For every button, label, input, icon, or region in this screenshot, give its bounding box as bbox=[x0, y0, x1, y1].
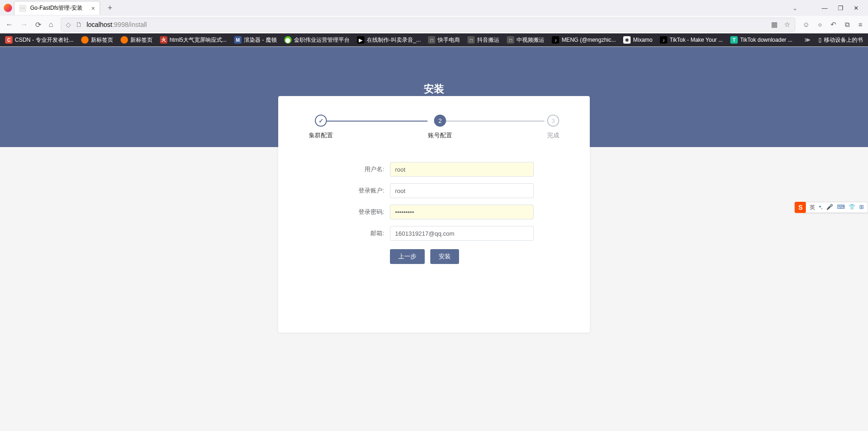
bookmark-meng[interactable]: ♪MENG (@mengzhic... bbox=[549, 34, 619, 45]
bookmark-star-icon[interactable]: ☆ bbox=[784, 20, 790, 29]
bookmark-newtab1[interactable]: 新标签页 bbox=[78, 34, 116, 46]
window-maximize-icon[interactable]: ❐ bbox=[838, 5, 843, 12]
step-1: 集群配置 bbox=[309, 115, 333, 140]
ime-skin-icon[interactable]: 👕 bbox=[849, 204, 855, 212]
bookmarks-overflow-icon[interactable]: ≫ bbox=[801, 35, 814, 45]
history-back-icon[interactable]: ↶ bbox=[830, 20, 836, 29]
bookmark-csdn[interactable]: CCSDN - 专业开发者社... bbox=[2, 34, 77, 46]
step-3-label: 完成 bbox=[547, 131, 559, 140]
username-input[interactable] bbox=[390, 162, 534, 177]
page-title: 安装 bbox=[0, 82, 868, 96]
bookmark-douyin[interactable]: □抖音搬运 bbox=[464, 34, 503, 46]
username-label: 用户名: bbox=[334, 165, 390, 174]
lock-icon[interactable]: 🗋 bbox=[76, 21, 82, 28]
sogou-logo-icon: S bbox=[795, 202, 806, 213]
install-form: 用户名: 登录账户: 登录密码: 邮箱: 上一步 安装 bbox=[334, 162, 534, 264]
form-actions: 上一步 安装 bbox=[390, 249, 534, 264]
qr-icon[interactable]: ▦ bbox=[771, 20, 778, 29]
extension-icon[interactable]: ⟐ bbox=[818, 20, 822, 29]
install-card: 集群配置 2 账号配置 3 完成 用户名: 登录账户: 登录密码: 邮箱: 上一… bbox=[278, 96, 590, 333]
ime-mic-icon[interactable]: 🎤 bbox=[826, 204, 833, 212]
bookmark-html5[interactable]: 火html5大气宽屏响应式... bbox=[157, 34, 230, 46]
window-controls: ⌄ — ❐ ✕ bbox=[792, 5, 868, 12]
bookmark-mobile[interactable]: ▯移动设备上的书 bbox=[815, 34, 866, 46]
nav-back-icon[interactable]: ← bbox=[6, 20, 13, 29]
step-line-2 bbox=[440, 121, 544, 122]
menu-icon[interactable]: ≡ bbox=[858, 20, 862, 29]
step-1-label: 集群配置 bbox=[309, 131, 333, 140]
step-line-1 bbox=[324, 121, 428, 122]
nav-forward-icon[interactable]: → bbox=[20, 20, 28, 29]
steps: 集群配置 2 账号配置 3 完成 bbox=[309, 115, 559, 140]
ime-widget[interactable]: S 英 •, 🎤 ⌨ 👕 ⊞ bbox=[794, 202, 868, 213]
url-bar[interactable]: ◇ 🗋 localhost:9998/install ▦ ☆ bbox=[61, 18, 795, 32]
account-input[interactable] bbox=[390, 183, 534, 198]
bookmark-mixamo[interactable]: ✱Mixamo bbox=[620, 34, 656, 45]
password-label: 登录密码: bbox=[334, 208, 390, 216]
new-tab-button[interactable]: + bbox=[104, 1, 116, 15]
email-input[interactable] bbox=[390, 226, 534, 241]
email-label: 邮箱: bbox=[334, 229, 390, 238]
ime-grid-icon[interactable]: ⊞ bbox=[859, 204, 864, 212]
nav-bar: ← → ⟳ ⌂ ◇ 🗋 localhost:9998/install ▦ ☆ ☺… bbox=[0, 16, 868, 33]
bookmark-record[interactable]: ▶在线制作-叫卖录音_... bbox=[354, 34, 424, 46]
row-account: 登录账户: bbox=[334, 183, 534, 198]
account-label: 登录账户: bbox=[334, 187, 390, 195]
step-1-check-icon bbox=[315, 115, 327, 127]
nav-reload-icon[interactable]: ⟳ bbox=[35, 20, 41, 29]
ime-keyboard-icon[interactable]: ⌨ bbox=[837, 204, 845, 212]
bookmarks-bar: CCSDN - 专业开发者社... 新标签页 新标签页 火html5大气宽屏响应… bbox=[0, 33, 868, 46]
bookmark-zhongshipin[interactable]: □中视频搬运 bbox=[504, 34, 548, 46]
prev-button[interactable]: 上一步 bbox=[390, 249, 425, 264]
ime-punct-icon[interactable]: •, bbox=[819, 204, 823, 212]
toolbar-right: ☺ ⟐ ↶ ⧉ ≡ bbox=[803, 20, 862, 29]
browser-tab[interactable]: ⋯ Go-FastDfs管理-安装 × bbox=[14, 1, 100, 15]
browser-chrome: ⋯ Go-FastDfs管理-安装 × + ⌄ — ❐ ✕ ← → ⟳ ⌂ ◇ … bbox=[0, 0, 868, 47]
tab-close-icon[interactable]: × bbox=[91, 5, 95, 12]
bookmark-jinzhi[interactable]: ⬤金职伟业运营管理平台 bbox=[281, 34, 353, 46]
ime-items: 英 •, 🎤 ⌨ 👕 ⊞ bbox=[806, 204, 868, 212]
tabs-dropdown-icon[interactable]: ⌄ bbox=[792, 5, 798, 12]
nav-home-icon[interactable]: ⌂ bbox=[49, 20, 53, 29]
step-3: 3 完成 bbox=[547, 115, 559, 140]
bookmark-tiktok-dl[interactable]: TTikTok downloader ... bbox=[727, 34, 796, 45]
tab-favicon-icon: ⋯ bbox=[19, 5, 26, 12]
url-text: localhost:9998/install bbox=[87, 21, 147, 28]
tab-title: Go-FastDfs管理-安装 bbox=[30, 4, 88, 12]
firefox-logo-icon bbox=[4, 4, 12, 12]
bookmark-renderer[interactable]: M渲染器 - 魔顿 bbox=[231, 34, 280, 46]
library-icon[interactable]: ⧉ bbox=[845, 20, 850, 29]
bookmark-tiktok[interactable]: ♪TikTok - Make Your ... bbox=[657, 34, 726, 45]
install-button[interactable]: 安装 bbox=[430, 249, 459, 264]
step-2-icon: 2 bbox=[434, 115, 446, 127]
bookmark-newtab2[interactable]: 新标签页 bbox=[117, 34, 156, 46]
bookmark-kuaishou[interactable]: □快手电商 bbox=[425, 34, 463, 46]
tab-bar: ⋯ Go-FastDfs管理-安装 × + ⌄ — ❐ ✕ bbox=[0, 0, 868, 16]
row-username: 用户名: bbox=[334, 162, 534, 177]
step-2: 2 账号配置 bbox=[428, 115, 452, 140]
password-input[interactable] bbox=[390, 205, 534, 219]
row-email: 邮箱: bbox=[334, 226, 534, 241]
window-minimize-icon[interactable]: — bbox=[822, 5, 828, 12]
account-icon[interactable]: ☺ bbox=[803, 20, 810, 29]
shield-icon[interactable]: ◇ bbox=[66, 21, 71, 28]
step-3-icon: 3 bbox=[547, 115, 559, 127]
window-close-icon[interactable]: ✕ bbox=[854, 5, 859, 12]
step-2-label: 账号配置 bbox=[428, 131, 452, 140]
row-password: 登录密码: bbox=[334, 205, 534, 219]
ime-lang[interactable]: 英 bbox=[810, 204, 815, 212]
